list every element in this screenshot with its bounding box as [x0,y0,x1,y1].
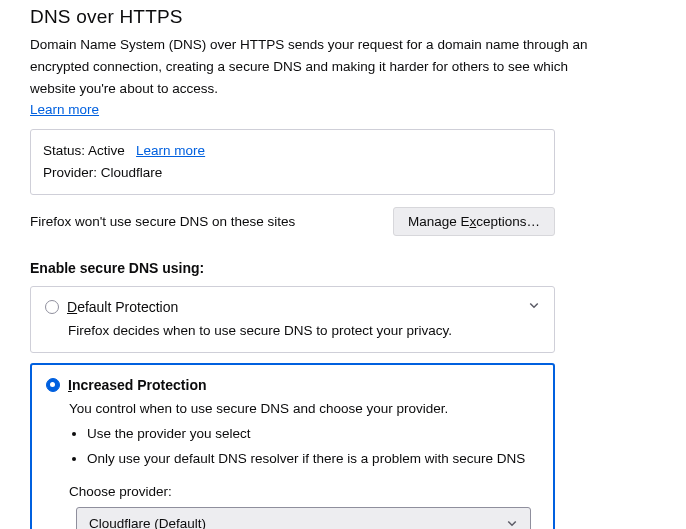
option-increased-protection[interactable]: Increased Protection You control when to… [30,363,555,529]
chevron-down-icon[interactable] [528,299,540,311]
doh-learn-more-link[interactable]: Learn more [30,102,99,117]
chevron-down-icon [506,517,518,529]
provider-label: Provider: [43,165,97,180]
exceptions-text: Firefox won't use secure DNS on these si… [30,214,393,229]
page-title: DNS over HTTPS [30,6,656,28]
manage-exceptions-button[interactable]: Manage Exceptions… [393,207,555,236]
option-increased-title: Increased Protection [68,377,207,393]
status-value: Active [88,143,125,158]
radio-default-protection[interactable] [45,300,59,314]
doh-description: Domain Name System (DNS) over HTTPS send… [30,34,590,100]
choose-provider-label: Choose provider: [69,484,539,499]
option-increased-desc: You control when to use secure DNS and c… [69,401,539,466]
provider-select-value: Cloudflare (Default) [89,516,206,530]
list-item: Use the provider you select [87,426,539,441]
provider-value: Cloudflare [101,165,163,180]
status-learn-more-link[interactable]: Learn more [136,143,205,158]
provider-select[interactable]: Cloudflare (Default) [76,507,531,529]
list-item: Only use your default DNS resolver if th… [87,451,539,466]
enable-secure-dns-label: Enable secure DNS using: [30,260,656,276]
option-default-protection[interactable]: Default Protection Firefox decides when … [30,286,555,353]
option-default-desc: Firefox decides when to use secure DNS t… [68,323,540,338]
doh-status-box: Status: Active Learn more Provider: Clou… [30,129,555,195]
status-label: Status: [43,143,85,158]
option-default-title: Default Protection [67,299,178,315]
radio-increased-protection[interactable] [46,378,60,392]
